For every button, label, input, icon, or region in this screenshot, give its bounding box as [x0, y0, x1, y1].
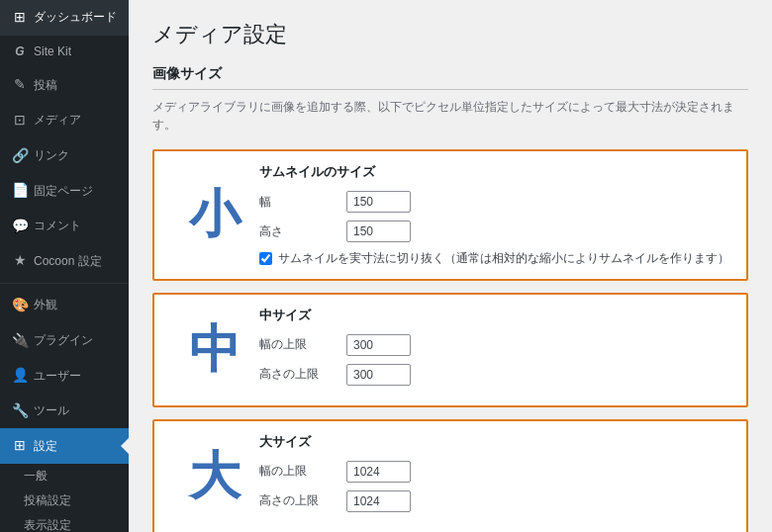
page-title: メディア設定 [152, 20, 748, 49]
cocoon-icon: ★ [12, 251, 28, 271]
medium-height-row: 高さの上限 [259, 364, 730, 386]
sidebar-item-label: コメント [34, 218, 81, 234]
sidebar-item-dashboard[interactable]: ⊞ ダッシュボード [0, 0, 129, 36]
users-icon: 👤 [12, 366, 28, 386]
sidebar-item-label: リンク [34, 147, 69, 164]
image-size-description: メディアライブラリに画像を追加する際、以下でピクセル単位指定したサイズによって最… [152, 98, 748, 133]
sidebar-item-sitekit[interactable]: G Site Kit [0, 36, 129, 68]
sidebar-item-cocoon[interactable]: ★ Cocoon 設定 [0, 243, 129, 279]
sidebar-item-label: メディア [34, 112, 81, 129]
sitekit-icon: G [12, 44, 28, 60]
thumbnail-content: サムネイルのサイズ 幅 高さ サムネイルを実寸法に切り抜く（通常は相対的な縮小に… [259, 163, 730, 267]
settings-icon: ⊞ [12, 436, 28, 456]
sidebar-separator [0, 283, 129, 284]
large-content: 大サイズ 幅の上限 高さの上限 [259, 433, 730, 520]
large-width-input[interactable] [346, 461, 411, 483]
thumbnail-crop-row: サムネイルを実寸法に切り抜く（通常は相対的な縮小によりサムネイルを作ります） [259, 250, 730, 267]
sidebar-item-label: プラグイン [34, 332, 93, 349]
sidebar: ⊞ ダッシュボード G Site Kit ✎ 投稿 ⊡ メディア 🔗 リンク 📄… [0, 0, 129, 532]
thumbnail-icon: 小 [170, 180, 259, 249]
links-icon: 🔗 [12, 146, 28, 166]
sidebar-item-label: 外観 [34, 297, 57, 313]
posts-icon: ✎ [12, 75, 28, 95]
thumbnail-width-label: 幅 [259, 194, 338, 211]
sidebar-item-label: Cocoon 設定 [34, 253, 102, 270]
thumbnail-size-box: 小 サムネイルのサイズ 幅 高さ サムネイルを実寸法に切り抜く（通常は相対的な縮… [152, 149, 748, 281]
thumbnail-width-row: 幅 [259, 191, 730, 213]
large-height-label: 高さの上限 [259, 492, 338, 509]
tools-icon: 🔧 [12, 401, 28, 421]
comments-icon: 💬 [12, 217, 28, 236]
medium-width-input[interactable] [346, 334, 411, 356]
large-size-box: 大 大サイズ 幅の上限 高さの上限 [152, 419, 748, 532]
sidebar-item-label: ツール [34, 402, 69, 419]
plugins-icon: 🔌 [12, 331, 28, 351]
medium-icon: 中 [170, 315, 259, 385]
dashboard-icon: ⊞ [12, 8, 28, 28]
sidebar-item-settings[interactable]: ⊞ 設定 [0, 428, 129, 464]
large-width-label: 幅の上限 [259, 463, 338, 480]
thumbnail-width-input[interactable] [346, 191, 411, 213]
medium-content: 中サイズ 幅の上限 高さの上限 [259, 307, 730, 394]
medium-height-label: 高さの上限 [259, 366, 338, 383]
image-size-section-title: 画像サイズ [152, 65, 748, 90]
thumbnail-title: サムネイルのサイズ [259, 163, 730, 181]
thumbnail-crop-checkbox[interactable] [259, 252, 272, 265]
sidebar-item-media[interactable]: ⊡ メディア [0, 103, 129, 138]
medium-title: 中サイズ [259, 307, 730, 324]
thumbnail-crop-label: サムネイルを実寸法に切り抜く（通常は相対的な縮小によりサムネイルを作ります） [278, 250, 729, 267]
sidebar-item-users[interactable]: 👤 ユーザー [0, 358, 129, 394]
medium-size-box: 中 中サイズ 幅の上限 高さの上限 [152, 293, 748, 407]
thumbnail-height-label: 高さ [259, 223, 338, 240]
media-icon: ⊡ [12, 111, 28, 131]
pages-icon: 📄 [12, 181, 28, 201]
thumbnail-height-row: 高さ [259, 221, 730, 242]
sidebar-item-comments[interactable]: 💬 コメント [0, 209, 129, 244]
large-width-row: 幅の上限 [259, 461, 730, 483]
sidebar-item-label: 設定 [34, 438, 57, 455]
sidebar-item-pages[interactable]: 📄 固定ページ [0, 173, 129, 209]
sidebar-item-label: Site Kit [34, 44, 71, 60]
sidebar-item-label: ダッシュボード [34, 9, 117, 26]
sidebar-item-tools[interactable]: 🔧 ツール [0, 394, 129, 429]
main-content: メディア設定 画像サイズ メディアライブラリに画像を追加する際、以下でピクセル単… [129, 0, 772, 532]
large-icon: 大 [170, 442, 259, 511]
sidebar-sub-writing[interactable]: 投稿設定 [0, 488, 129, 513]
medium-width-label: 幅の上限 [259, 336, 338, 353]
sidebar-item-label: ユーザー [34, 368, 81, 385]
sidebar-item-label: 投稿 [34, 77, 57, 94]
sidebar-item-posts[interactable]: ✎ 投稿 [0, 67, 129, 103]
sidebar-sub-reading[interactable]: 表示設定 [0, 513, 129, 532]
sidebar-item-appearance[interactable]: 🎨 外観 [0, 288, 129, 323]
sidebar-item-links[interactable]: 🔗 リンク [0, 138, 129, 174]
medium-width-row: 幅の上限 [259, 334, 730, 356]
large-height-row: 高さの上限 [259, 490, 730, 512]
medium-height-input[interactable] [346, 364, 411, 386]
sidebar-item-plugins[interactable]: 🔌 プラグイン [0, 323, 129, 359]
appearance-icon: 🎨 [12, 296, 28, 315]
large-title: 大サイズ [259, 433, 730, 451]
large-height-input[interactable] [346, 490, 411, 512]
sidebar-sub-general[interactable]: 一般 [0, 464, 129, 488]
thumbnail-height-input[interactable] [346, 221, 411, 242]
sidebar-item-label: 固定ページ [34, 183, 93, 200]
